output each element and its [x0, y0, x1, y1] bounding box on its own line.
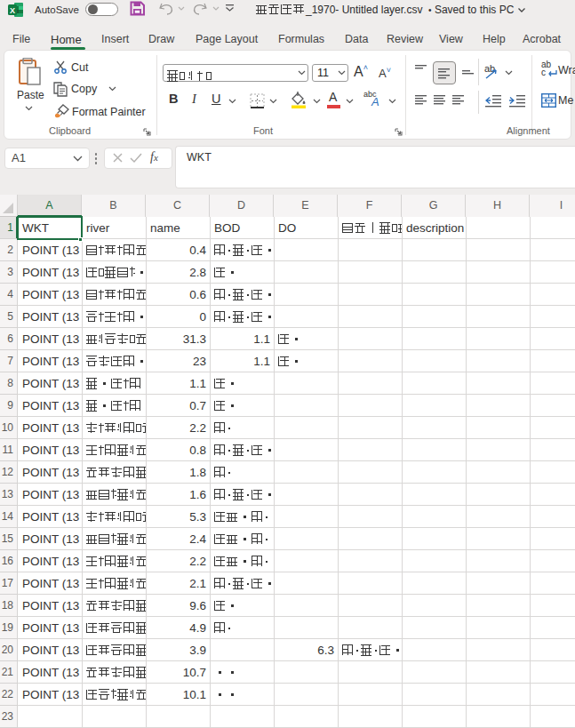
svg-text:X: X	[10, 6, 15, 15]
